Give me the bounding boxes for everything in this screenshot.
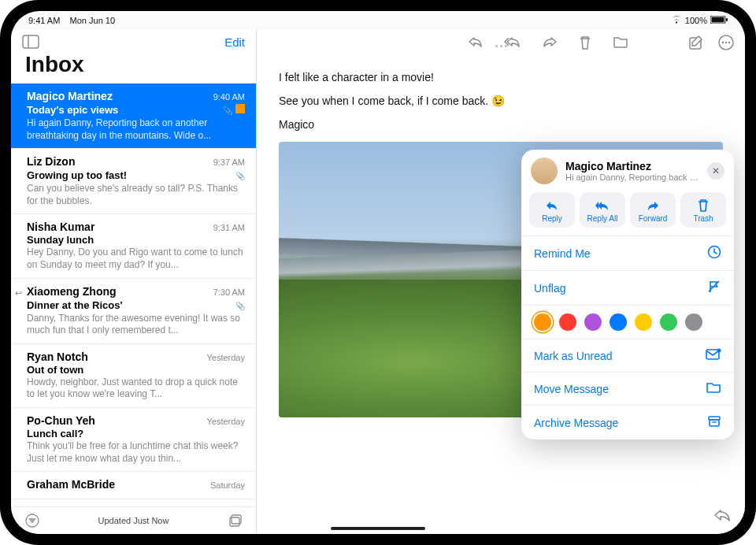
svg-rect-15 <box>706 350 719 359</box>
sidebar: Edit Inbox Magico Martinez9:40 AMToday's… <box>11 30 257 534</box>
time: 9:31 AM <box>213 223 245 232</box>
time: 7:30 AM <box>213 287 245 297</box>
subject: Today's epic views <box>27 104 118 116</box>
message-row[interactable]: Nisha Kumar9:31 AMSunday lunchHey Danny,… <box>11 214 256 278</box>
action-popover: Magico Martinez Hi again Danny, Reportin… <box>521 150 734 439</box>
folder-icon <box>706 381 721 396</box>
sender: Xiaomeng Zhong <box>27 285 117 298</box>
flag-color-swatch[interactable] <box>559 313 576 331</box>
replied-icon: ↩ <box>15 288 22 298</box>
quick-reply-icon[interactable] <box>713 507 731 526</box>
flag-color-swatch[interactable] <box>635 313 652 331</box>
trash-icon <box>682 198 724 213</box>
sender: Nisha Kumar <box>27 221 94 233</box>
reply-icon <box>531 198 573 213</box>
preview: Hi again Danny, Reporting back on anothe… <box>27 117 245 142</box>
trash-icon[interactable] <box>578 35 592 50</box>
svg-rect-18 <box>710 420 719 426</box>
reply-all-icon <box>581 198 624 213</box>
subject: Growing up too fast! <box>27 169 127 181</box>
subject: Dinner at the Ricos' <box>27 299 123 311</box>
envelope-icon <box>706 348 721 363</box>
battery-icon <box>710 16 728 25</box>
sender: Po-Chun Yeh <box>27 414 95 427</box>
svg-point-10 <box>722 42 724 43</box>
home-indicator[interactable] <box>331 527 425 530</box>
time: Saturday <box>210 480 245 490</box>
compose-icon[interactable] <box>688 35 704 50</box>
svg-point-11 <box>725 42 727 43</box>
preview: Howdy, neighbor, Just wanted to drop a q… <box>27 376 245 401</box>
avatar <box>531 158 558 184</box>
flag-color-swatch[interactable] <box>685 313 702 331</box>
message-row[interactable]: Magico Martinez9:40 AMToday's epic views… <box>11 83 256 149</box>
subject: Sunday lunch <box>27 234 94 246</box>
flag-color-swatch[interactable] <box>584 313 602 331</box>
sender: Magico Martinez <box>27 90 113 102</box>
email-signature: Magico <box>279 118 723 131</box>
unflag-button[interactable]: Unflag <box>521 270 734 305</box>
reply-button[interactable]: Reply <box>529 192 575 228</box>
svg-rect-2 <box>726 18 728 21</box>
message-row[interactable]: Po-Chun YehYesterdayLunch call?Think you… <box>11 408 256 472</box>
filter-icon[interactable] <box>25 513 39 528</box>
message-row[interactable]: Ryan NotchYesterdayOut of townHowdy, nei… <box>11 344 256 408</box>
reply-icon[interactable] <box>468 35 484 50</box>
preview: Hey Danny, Do you and Rigo want to come … <box>27 247 245 271</box>
time: 9:37 AM <box>213 158 245 167</box>
flag-color-swatch[interactable] <box>610 313 627 331</box>
svg-rect-3 <box>23 35 39 48</box>
archive-message-button[interactable]: Archive Message <box>521 405 734 439</box>
flag-slash-icon <box>707 280 721 296</box>
message-pane: I felt like a character in a movie! See … <box>257 30 745 534</box>
flag-color-swatch[interactable] <box>660 313 677 331</box>
reply-all-icon[interactable] <box>504 35 521 50</box>
message-list: Magico Martinez9:40 AMToday's epic views… <box>11 83 256 506</box>
preview: Can you believe she's already so tall? P… <box>27 183 245 207</box>
edit-button[interactable]: Edit <box>224 35 245 49</box>
preview: Danny, Thanks for the awesome evening! I… <box>27 313 245 337</box>
svg-point-12 <box>728 42 730 43</box>
sender: Graham McBride <box>27 478 115 491</box>
inbox-title: Inbox <box>11 50 256 83</box>
sender: Liz Dizon <box>27 155 75 168</box>
preview: Think you'll be free for a lunchtime cha… <box>27 440 245 465</box>
mark-unread-button[interactable]: Mark as Unread <box>521 339 734 372</box>
attachment-icon: 📎 <box>223 106 232 115</box>
flag-icon <box>235 104 245 113</box>
email-line-1: I felt like a character in a movie! <box>279 71 723 83</box>
forward-icon <box>632 198 674 213</box>
forward-button[interactable]: Forward <box>630 192 676 228</box>
flag-color-row <box>521 305 734 339</box>
compose-stack-icon[interactable] <box>228 513 242 528</box>
trash-button[interactable]: Trash <box>680 192 726 228</box>
attachment-icon: 📎 <box>235 172 245 180</box>
close-icon[interactable]: ✕ <box>707 162 724 180</box>
svg-point-16 <box>717 349 721 353</box>
clock-icon <box>707 245 721 261</box>
more-icon[interactable] <box>718 35 734 50</box>
flag-color-swatch[interactable] <box>534 313 551 331</box>
sender: Ryan Notch <box>27 350 88 363</box>
message-row[interactable]: ↩Xiaomeng Zhong7:30 AMDinner at the Rico… <box>11 279 256 344</box>
sidebar-toggle-icon[interactable] <box>22 35 39 49</box>
message-row[interactable]: Graham McBrideSaturday <box>11 472 256 499</box>
email-line-2: See you when I come back, if I come back… <box>279 95 723 107</box>
svg-rect-1 <box>712 17 724 23</box>
time: Yesterday <box>206 417 245 426</box>
status-bar: 9:41 AM Mon Jun 10 100% <box>11 11 745 30</box>
status-time: 9:41 AM <box>28 16 60 25</box>
battery-percent: 100% <box>685 16 707 25</box>
move-message-button[interactable]: Move Message <box>521 372 734 405</box>
popover-sender: Magico Martinez <box>565 160 699 172</box>
subject: Lunch call? <box>27 428 83 439</box>
attachment-icon: 📎 <box>235 302 245 310</box>
folder-icon[interactable] <box>613 35 628 50</box>
message-row[interactable]: Liz Dizon9:37 AMGrowing up too fast!📎Can… <box>11 149 256 214</box>
time: Yesterday <box>206 353 245 362</box>
reply-all-button[interactable]: Reply All <box>580 192 625 228</box>
status-date: Mon Jun 10 <box>70 16 115 25</box>
forward-icon[interactable] <box>542 35 558 50</box>
subject: Out of town <box>27 364 83 376</box>
remind-me-button[interactable]: Remind Me <box>521 235 734 270</box>
